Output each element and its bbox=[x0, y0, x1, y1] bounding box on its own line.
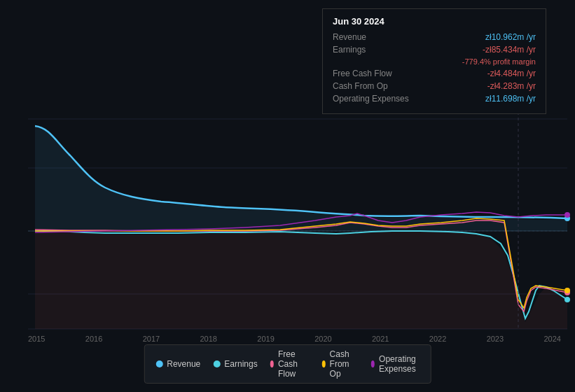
tooltip-row-earnings: Earnings -zł85.434m /yr bbox=[333, 45, 536, 55]
tooltip-value-profit-margin: -779.4% profit margin bbox=[462, 57, 536, 66]
tooltip-row-cashfromop: Cash From Op -zł4.283m /yr bbox=[333, 81, 536, 91]
legend-dot-earnings bbox=[213, 360, 220, 368]
legend-label-earnings: Earnings bbox=[224, 359, 257, 369]
x-label-2024: 2024 bbox=[543, 335, 560, 343]
x-label-2015: 2015 bbox=[28, 335, 45, 343]
x-label-2020: 2020 bbox=[314, 335, 331, 343]
legend-label-fcf: Free Cash Flow bbox=[278, 349, 309, 379]
legend-item-opex[interactable]: Operating Expenses bbox=[371, 354, 420, 374]
tooltip-label-fcf: Free Cash Flow bbox=[333, 69, 417, 78]
tooltip-value-revenue: zł10.962m /yr bbox=[485, 32, 536, 42]
legend-label-revenue: Revenue bbox=[167, 359, 200, 369]
x-label-2018: 2018 bbox=[200, 335, 216, 343]
svg-point-11 bbox=[564, 212, 570, 218]
tooltip-value-earnings: -zł85.434m /yr bbox=[483, 45, 536, 55]
chart-svg bbox=[0, 112, 575, 336]
tooltip-label-cashfromop: Cash From Op bbox=[333, 81, 417, 91]
tooltip-row-fcf: Free Cash Flow -zł4.484m /yr bbox=[333, 69, 536, 78]
svg-point-10 bbox=[564, 288, 570, 293]
x-label-2023: 2023 bbox=[487, 335, 504, 343]
x-label-2016: 2016 bbox=[85, 335, 102, 343]
tooltip-value-cashfromop: -zł4.283m /yr bbox=[487, 81, 536, 91]
legend-label-cashfromop: Cash From Op bbox=[330, 349, 359, 379]
tooltip-label-opex: Operating Expenses bbox=[333, 94, 417, 104]
legend: Revenue Earnings Free Cash Flow Cash Fro… bbox=[144, 344, 431, 384]
x-label-2021: 2021 bbox=[372, 335, 389, 343]
legend-dot-cashfromop bbox=[321, 360, 325, 368]
legend-item-fcf[interactable]: Free Cash Flow bbox=[270, 349, 310, 379]
tooltip-row-profit-margin: -779.4% profit margin bbox=[333, 57, 536, 66]
tooltip-row-opex: Operating Expenses zł11.698m /yr bbox=[333, 94, 536, 104]
legend-dot-revenue bbox=[155, 360, 162, 368]
tooltip: Jun 30 2024 Revenue zł10.962m /yr Earnin… bbox=[322, 8, 546, 114]
x-label-2022: 2022 bbox=[429, 335, 446, 343]
tooltip-label-revenue: Revenue bbox=[333, 32, 417, 42]
chart-container: Jun 30 2024 Revenue zł10.962m /yr Earnin… bbox=[0, 0, 575, 392]
svg-point-8 bbox=[564, 297, 570, 302]
x-label-2019: 2019 bbox=[257, 335, 274, 343]
legend-label-opex: Operating Expenses bbox=[379, 354, 420, 374]
tooltip-value-opex: zł11.698m /yr bbox=[485, 94, 536, 104]
x-axis: 2015 2016 2017 2018 2019 2020 2021 2022 … bbox=[0, 335, 575, 343]
legend-item-cashfromop[interactable]: Cash From Op bbox=[321, 349, 358, 379]
legend-dot-fcf bbox=[270, 360, 274, 368]
legend-dot-opex bbox=[371, 360, 375, 368]
legend-item-revenue[interactable]: Revenue bbox=[155, 359, 200, 369]
tooltip-label-earnings: Earnings bbox=[333, 45, 417, 55]
tooltip-row-revenue: Revenue zł10.962m /yr bbox=[333, 32, 536, 42]
x-label-2017: 2017 bbox=[143, 335, 160, 343]
tooltip-title: Jun 30 2024 bbox=[333, 16, 536, 27]
tooltip-value-fcf: -zł4.484m /yr bbox=[487, 69, 536, 78]
legend-item-earnings[interactable]: Earnings bbox=[213, 359, 257, 369]
